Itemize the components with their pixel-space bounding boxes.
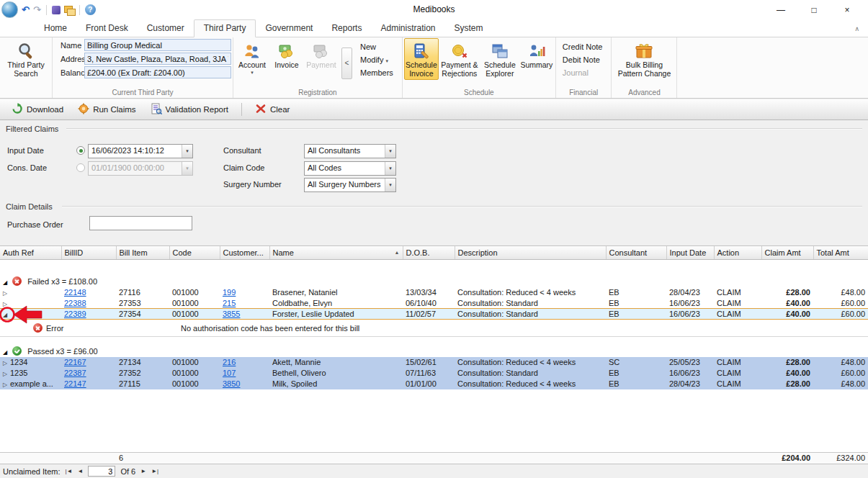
claim-code-combo[interactable]: All Codes ▾ bbox=[304, 161, 396, 176]
column-header-auth-ref[interactable]: Auth Ref bbox=[0, 246, 61, 259]
table-row-selected[interactable]: ◢ 22389 27354 001000 3855 Forster, Lesli… bbox=[0, 309, 868, 320]
column-header-input-date[interactable]: Input Date bbox=[666, 246, 714, 259]
row-expander-icon[interactable]: ▷ bbox=[3, 360, 10, 366]
total-amt-cell: £48.00 bbox=[813, 379, 868, 389]
balance-field[interactable] bbox=[84, 66, 231, 78]
billid-link[interactable]: 22388 bbox=[64, 299, 86, 307]
customer-link[interactable]: 3850 bbox=[223, 379, 240, 388]
customer-link[interactable]: 216 bbox=[223, 358, 236, 366]
close-button[interactable]: × bbox=[831, 5, 864, 15]
payment-rejections-button[interactable]: Payment & Rejections bbox=[439, 38, 480, 80]
tab-system[interactable]: System bbox=[445, 20, 493, 37]
nav-last-button[interactable]: ►| bbox=[151, 468, 158, 474]
bulk-billing-pattern-change-button[interactable]: Bulk Billing Pattern Change bbox=[613, 38, 675, 80]
credit-note-button[interactable]: Credit Note bbox=[558, 40, 610, 53]
input-date-radio[interactable] bbox=[76, 146, 85, 155]
tab-front-desk[interactable]: Front Desk bbox=[76, 20, 138, 37]
input-date-combo[interactable]: 16/06/2023 14:10:12 ▾ bbox=[88, 144, 193, 158]
customer-link[interactable]: 215 bbox=[223, 299, 236, 307]
maximize-button[interactable]: □ bbox=[797, 5, 831, 15]
table-row[interactable]: ▷ 22388 27353 001000 215 Coldbathe, Elvy… bbox=[0, 298, 868, 309]
failed-group-row[interactable]: ◢ Failed x3 = £108.00 bbox=[0, 276, 868, 287]
chevron-down-icon[interactable]: ▾ bbox=[385, 162, 395, 175]
cons-date-value: 01/01/1900 00:00:00 bbox=[89, 162, 182, 175]
nav-next-button[interactable]: ► bbox=[140, 468, 146, 474]
billid-link[interactable]: 22148 bbox=[64, 288, 86, 297]
tab-third-party[interactable]: Third Party bbox=[194, 19, 256, 37]
journal-button[interactable]: Journal bbox=[558, 66, 610, 79]
minimize-button[interactable]: — bbox=[764, 5, 797, 15]
input-date-label: Input Date bbox=[7, 146, 44, 155]
chevron-down-icon[interactable]: ▾ bbox=[385, 145, 395, 158]
modify-button[interactable]: Modify ▾ bbox=[355, 53, 401, 66]
surgery-number-label: Surgery Number bbox=[223, 180, 282, 189]
new-button[interactable]: New bbox=[355, 40, 401, 53]
tab-administration[interactable]: Administration bbox=[371, 20, 444, 37]
row-expander-icon[interactable]: ▷ bbox=[3, 382, 10, 388]
customer-link[interactable]: 3855 bbox=[223, 310, 240, 318]
billid-link[interactable]: 22167 bbox=[64, 358, 86, 366]
clear-button[interactable]: Clear bbox=[249, 101, 295, 118]
row-expander-icon[interactable]: ▷ bbox=[3, 301, 10, 307]
customer-link[interactable]: 199 bbox=[223, 288, 236, 297]
table-row[interactable]: ▷example a... 22147 27115 001000 3850 Mi… bbox=[0, 379, 868, 389]
cons-date-combo[interactable]: 01/01/1900 00:00:00 ▾ bbox=[88, 161, 193, 176]
ribbon-collapse-icon[interactable]: ∧ bbox=[854, 25, 859, 32]
purchase-order-input[interactable] bbox=[89, 216, 192, 230]
tab-reports[interactable]: Reports bbox=[322, 20, 371, 37]
column-header-total-amt[interactable]: Total Amt bbox=[813, 246, 868, 259]
cons-date-radio[interactable] bbox=[76, 163, 85, 172]
column-header-consultant[interactable]: Consultant bbox=[606, 246, 666, 259]
page-number-input[interactable] bbox=[88, 466, 115, 477]
download-button[interactable]: Download bbox=[6, 101, 69, 118]
surgery-number-combo[interactable]: All Surgery Numbers ▾ bbox=[304, 178, 396, 192]
column-header-code[interactable]: Code bbox=[169, 246, 220, 259]
column-header-name[interactable]: Name▲ bbox=[269, 246, 403, 259]
column-header-billid[interactable]: BillID bbox=[61, 246, 116, 259]
run-claims-button[interactable]: Run Claims bbox=[72, 101, 141, 118]
validation-report-button[interactable]: Validation Report bbox=[145, 101, 234, 118]
group-expander-icon[interactable]: ◢ bbox=[3, 279, 10, 286]
column-header-customer[interactable]: Customer... bbox=[220, 246, 269, 259]
table-row[interactable]: ▷1234 22167 27134 001000 216 Akett, Mann… bbox=[0, 357, 868, 368]
nav-prev-button[interactable]: ◄ bbox=[77, 468, 83, 474]
nav-first-button[interactable]: |◄ bbox=[65, 468, 72, 474]
billid-link[interactable]: 22387 bbox=[64, 369, 86, 377]
payment-button[interactable]: Payment bbox=[304, 38, 339, 71]
debit-note-button[interactable]: Debit Note bbox=[558, 53, 610, 66]
account-button[interactable]: Account ▾ bbox=[235, 38, 269, 77]
row-expander-icon[interactable]: ▷ bbox=[3, 290, 10, 297]
tab-government[interactable]: Government bbox=[256, 20, 322, 37]
name-field[interactable] bbox=[84, 39, 231, 51]
summary-button[interactable]: Summary bbox=[519, 38, 554, 71]
action-cell: CLAIM bbox=[714, 357, 761, 368]
billid-link[interactable]: 22147 bbox=[64, 379, 86, 388]
row-expander-icon[interactable]: ▷ bbox=[3, 371, 10, 377]
error-detail-row: Error No authorisation code has been ent… bbox=[0, 320, 868, 337]
row-expander-icon[interactable]: ◢ bbox=[3, 312, 10, 318]
chevron-down-icon[interactable]: ▾ bbox=[385, 179, 395, 191]
collapse-group-button[interactable]: < bbox=[341, 48, 352, 79]
passed-group-row[interactable]: ◢ Passed x3 = £96.00 bbox=[0, 346, 868, 357]
address-field[interactable] bbox=[84, 53, 231, 65]
tab-home[interactable]: Home bbox=[35, 20, 76, 37]
table-row[interactable]: ▷ 22148 27116 001000 199 Brasener, Natan… bbox=[0, 287, 868, 298]
column-header-claim-amt[interactable]: Claim Amt bbox=[761, 246, 813, 259]
column-header-bill-item[interactable]: Bill Item bbox=[116, 246, 169, 259]
chevron-down-icon[interactable]: ▾ bbox=[182, 145, 192, 158]
third-party-search-button[interactable]: Third Party Search bbox=[1, 38, 50, 80]
invoice-button[interactable]: Invoice bbox=[269, 38, 304, 71]
billid-link[interactable]: 22389 bbox=[64, 310, 86, 318]
customer-link[interactable]: 107 bbox=[223, 369, 236, 377]
consultant-combo[interactable]: All Consultants ▾ bbox=[304, 144, 396, 158]
schedule-explorer-button[interactable]: Schedule Explorer bbox=[480, 38, 519, 80]
table-row[interactable]: ▷1235 22387 27352 001000 107 Bethell, Ol… bbox=[0, 368, 868, 379]
column-header-description[interactable]: Description bbox=[455, 246, 606, 259]
column-header-dob[interactable]: D.O.B. bbox=[403, 246, 455, 259]
column-header-action[interactable]: Action bbox=[714, 246, 761, 259]
schedule-invoice-button[interactable]: Schedule Invoice bbox=[404, 38, 439, 80]
members-button[interactable]: Members bbox=[355, 66, 401, 79]
filtered-claims-caption: Filtered Claims bbox=[6, 125, 58, 133]
group-expander-icon[interactable]: ◢ bbox=[3, 349, 10, 356]
tab-customer[interactable]: Customer bbox=[138, 20, 194, 37]
